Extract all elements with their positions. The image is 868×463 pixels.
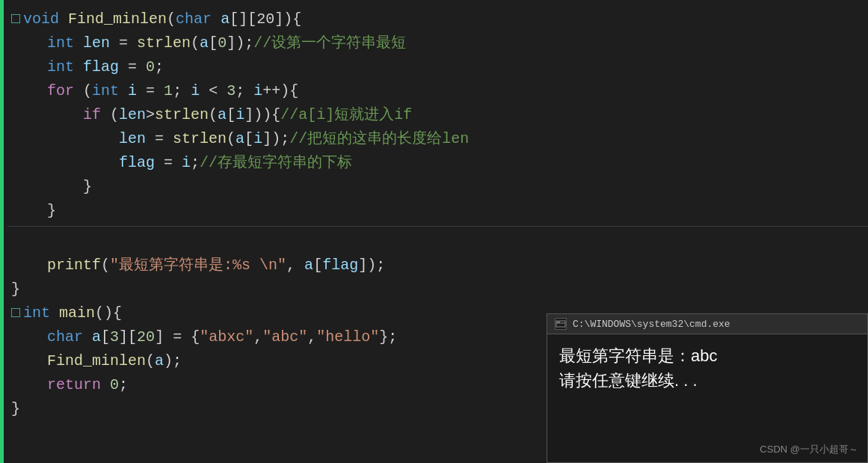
cmd-footer: CSDN @一只小超哥～ — [760, 443, 858, 456]
code-line-7: flag = i;//存最短字符串的下标 — [7, 151, 868, 175]
fold-indicator-13[interactable]: □ — [11, 301, 20, 325]
code-line-8: } — [7, 175, 868, 199]
svg-rect-3 — [557, 322, 560, 323]
fold-indicator-1[interactable]: □ — [11, 7, 20, 31]
code-line-5: if (len>strlen(a[i])){//a[i]短就进入if — [7, 103, 868, 127]
cmd-window: C:\WINDOWS\system32\cmd.exe 最短第字符串是：abc … — [547, 313, 868, 463]
cmd-window-icon — [555, 318, 567, 330]
code-line-10 — [7, 226, 868, 251]
code-line-9: } — [7, 199, 868, 223]
cmd-title-text: C:\WINDOWS\system32\cmd.exe — [573, 319, 730, 330]
code-line-4: for (int i = 1; i < 3; i++){ — [7, 79, 868, 103]
code-line-11: printf("最短第字符串是:%s \n", a[flag]); — [7, 254, 868, 278]
code-line-6: len = strlen(a[i]);//把短的这串的长度给len — [7, 127, 868, 151]
code-line-2: int len = strlen(a[0]);//设第一个字符串最短 — [7, 31, 868, 55]
code-line-3: int flag = 0; — [7, 55, 868, 79]
cmd-output-line2: 请按任意键继续. . . — [559, 368, 855, 393]
cmd-output: 最短第字符串是：abc 请按任意键继续. . . — [547, 334, 867, 402]
code-line-1: □void Find_minlen(char a[][20]){ — [7, 7, 868, 31]
editor: □void Find_minlen(char a[][20]){ int len… — [0, 0, 868, 463]
svg-rect-0 — [555, 319, 566, 329]
cmd-titlebar: C:\WINDOWS\system32\cmd.exe — [547, 314, 867, 334]
cmd-output-line1: 最短第字符串是：abc — [559, 343, 855, 368]
code-line-12: } — [7, 278, 868, 301]
